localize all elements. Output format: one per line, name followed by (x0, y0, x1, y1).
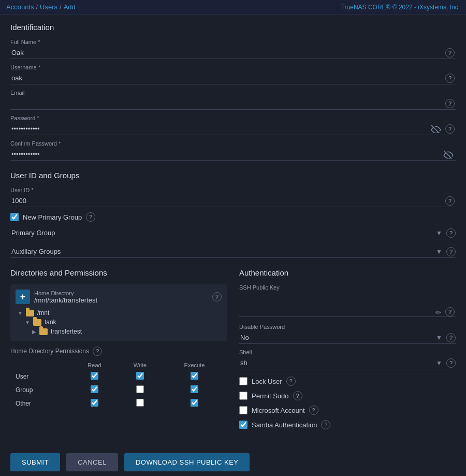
shell-group: Shell sh bash zsh csh tcsh nologin ▼ ? (239, 349, 456, 369)
home-dir-help-icon[interactable]: ? (212, 292, 222, 301)
disable-password-help-icon[interactable]: ? (446, 333, 456, 342)
perm-header-write: Write (118, 361, 162, 369)
permit-sudo-checkbox[interactable] (239, 392, 247, 400)
shell-label: Shell (239, 349, 456, 355)
breadcrumb-sep-2: / (60, 3, 62, 11)
identification-section: Identification Full Name * ? Username * … (10, 23, 456, 161)
tree-label-tank: tank (45, 319, 56, 326)
identification-title: Identification (10, 23, 456, 32)
perm-other-execute-checkbox[interactable] (191, 399, 198, 407)
permit-sudo-label: Permit Sudo (252, 392, 289, 400)
samba-auth-help-icon[interactable]: ? (321, 420, 330, 429)
username-group: Username * ? (10, 64, 456, 84)
samba-auth-checkbox[interactable] (239, 421, 247, 429)
footer-actions: SUBMIT CANCEL DOWNLOAD SSH PUBLIC KEY (0, 443, 466, 476)
breadcrumb-sep-1: / (36, 3, 38, 11)
authentication-title: Authentication (239, 268, 456, 277)
download-ssh-key-button[interactable]: DOWNLOAD SSH PUBLIC KEY (124, 453, 250, 471)
tree-item-tank[interactable]: ▼ tank (18, 318, 222, 327)
user-id-group: User ID * ? (10, 187, 456, 207)
samba-auth-row: Samba Authentication ? (239, 420, 456, 429)
full-name-group: Full Name * ? (10, 39, 456, 59)
permissions-table: Read Write Execute User G (10, 360, 227, 411)
home-dir-label: Home Directory (34, 290, 97, 296)
microsoft-account-help-icon[interactable]: ? (309, 406, 318, 415)
user-id-label: User ID * (10, 187, 456, 193)
confirm-password-input[interactable] (10, 148, 456, 161)
full-name-input[interactable] (10, 47, 456, 59)
perm-group-read-checkbox[interactable] (91, 385, 98, 393)
home-dir-plus-button[interactable]: + (16, 290, 30, 304)
two-col-section: Directories and Permissions + Home Direc… (10, 268, 456, 435)
ssh-key-textarea[interactable] (239, 292, 456, 317)
password-visibility-toggle[interactable] (430, 124, 442, 134)
home-dir-value: /mnt/tank/transfertest (34, 296, 97, 304)
perm-row-other: Other (11, 397, 226, 410)
confirm-password-visibility-toggle[interactable] (442, 149, 455, 160)
ssh-key-wrapper: ✏ ? (239, 292, 456, 319)
breadcrumb-add: Add (64, 3, 76, 11)
shell-help-icon[interactable]: ? (446, 358, 456, 368)
perm-user-read-checkbox[interactable] (91, 372, 98, 380)
tree-item-mnt[interactable]: ▼ /mnt (18, 308, 222, 318)
username-help-icon[interactable]: ? (445, 74, 455, 83)
chevron-down-icon: ▼ (18, 310, 23, 316)
password-input[interactable] (10, 123, 456, 135)
new-primary-group-checkbox[interactable] (10, 213, 19, 221)
perm-row-user: User (11, 370, 226, 383)
perm-other-read-checkbox[interactable] (91, 399, 98, 407)
user-id-help-icon[interactable]: ? (445, 196, 455, 206)
perm-group-write-checkbox[interactable] (136, 385, 144, 393)
permit-sudo-help-icon[interactable]: ? (293, 391, 302, 400)
password-label: Password * (10, 115, 456, 121)
full-name-help-icon[interactable]: ? (445, 48, 455, 57)
chevron-right-icon-transfertest: ▶ (32, 329, 36, 335)
permissions-section: Home Directory Permissions ? Read Write … (10, 347, 227, 411)
perm-header-execute: Execute (163, 361, 226, 369)
full-name-label: Full Name * (10, 39, 456, 45)
perm-other-write-checkbox[interactable] (136, 399, 144, 407)
home-dir-box: + Home Directory /mnt/tank/transfertest … (10, 284, 227, 341)
new-primary-group-row: New Primary Group ? (10, 212, 456, 222)
perm-user-write-checkbox[interactable] (136, 372, 144, 380)
microsoft-account-checkbox[interactable] (239, 406, 247, 414)
username-input[interactable] (10, 72, 456, 84)
new-primary-group-help-icon[interactable]: ? (86, 212, 95, 222)
email-label: Email (10, 90, 456, 96)
permit-sudo-row: Permit Sudo ? (239, 391, 456, 400)
breadcrumb-accounts[interactable]: Accounts (6, 3, 34, 11)
permissions-help-icon[interactable]: ? (93, 347, 102, 356)
shell-select[interactable]: sh bash zsh csh tcsh nologin (239, 357, 444, 369)
auxiliary-groups-select[interactable]: Auxiliary Groups (10, 246, 444, 257)
user-id-groups-section: User ID and Groups User ID * ? New Prima… (10, 171, 456, 258)
ssh-key-help-icon[interactable]: ? (445, 307, 455, 316)
disable-password-group: Disable Password No Yes ▼ ? (239, 324, 456, 344)
tree-item-transfertest[interactable]: ▶ transfertest (18, 327, 222, 336)
perm-row-group-label: Group (11, 384, 71, 396)
submit-button[interactable]: SUBMIT (10, 453, 60, 471)
breadcrumb-users[interactable]: Users (40, 3, 57, 11)
ssh-key-label: SSH Public Key (239, 284, 456, 291)
perm-user-execute-checkbox[interactable] (191, 372, 198, 380)
primary-group-help-icon[interactable]: ? (446, 228, 456, 238)
perm-row-user-label: User (11, 370, 71, 383)
username-label: Username * (10, 64, 456, 70)
lock-user-help-icon[interactable]: ? (286, 377, 296, 386)
lock-user-checkbox[interactable] (239, 377, 247, 385)
cancel-button[interactable]: CANCEL (66, 453, 118, 471)
primary-group-select[interactable]: Primary Group (10, 227, 444, 239)
user-id-input[interactable] (10, 195, 456, 207)
ssh-edit-icon: ✏ (435, 309, 441, 316)
perm-group-execute-checkbox[interactable] (191, 385, 198, 393)
auxiliary-groups-help-icon[interactable]: ? (446, 247, 456, 256)
auxiliary-groups-group: Auxiliary Groups ▼ ? (10, 246, 456, 258)
disable-password-select[interactable]: No Yes (239, 331, 444, 343)
folder-icon-tank (33, 319, 41, 326)
main-content: Identification Full Name * ? Username * … (0, 15, 466, 443)
permissions-label: Home Directory Permissions ? (10, 347, 227, 356)
password-help-icon[interactable]: ? (445, 124, 455, 134)
email-input[interactable] (10, 97, 456, 110)
email-help-icon[interactable]: ? (445, 99, 455, 108)
new-primary-group-label: New Primary Group (23, 213, 82, 221)
primary-group-group: Primary Group ▼ ? (10, 227, 456, 239)
